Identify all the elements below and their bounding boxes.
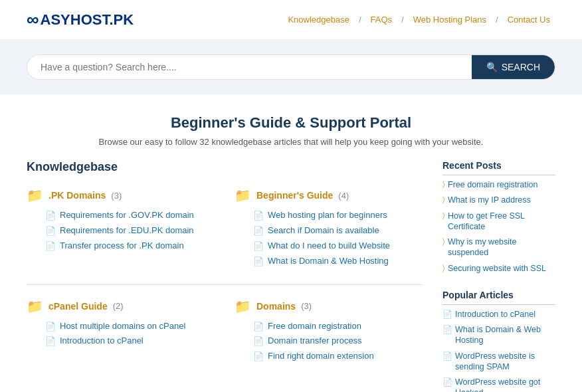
sidebar-link[interactable]: Free domain registration (448, 179, 537, 190)
kb-title-beginners: Beginner's Guide (256, 190, 333, 201)
list-item: 📄 WordPress website got Hacked (442, 377, 555, 392)
popular-articles-label: Popular Articles (442, 290, 514, 300)
kb-section-domains: 📁 Domains (3) 📄 Free domain registration… (235, 298, 423, 367)
logo-icon: ∞ (27, 9, 39, 30)
doc-icon: 📄 (45, 322, 56, 332)
kb-links-pk: 📄 Requirements for .GOV.PK domain 📄 Requ… (27, 210, 215, 252)
doc-sm-icon: 📄 (442, 325, 452, 334)
sidebar-link[interactable]: WordPress website got Hacked (455, 377, 555, 392)
kb-section-header-beginners: 📁 Beginner's Guide (4) (235, 187, 423, 203)
list-item: 📄 Find right domain extension (253, 351, 423, 362)
nav-contact[interactable]: Contact Us (502, 15, 555, 25)
chevron-icon: 〉 (442, 211, 445, 220)
kb-link[interactable]: Domain transfer process (268, 336, 362, 347)
doc-icon: 📄 (45, 226, 56, 236)
hero-title: Beginner's Guide & Support Portal (13, 114, 569, 132)
list-item: 📄 Host multiple domains on cPanel (45, 321, 215, 332)
recent-posts-list: 〉 Free domain registration 〉 What is my … (442, 179, 555, 274)
doc-icon: 📄 (45, 336, 56, 346)
kb-count-domains: (3) (301, 301, 312, 311)
list-item: 📄 Introduction to cPanel (45, 336, 215, 347)
right-sidebar: Recent Posts 〉 Free domain registration … (423, 160, 555, 392)
list-item: 〉 Free domain registration (442, 179, 555, 190)
hero-section: Beginner's Guide & Support Portal Browse… (0, 94, 582, 160)
kb-link[interactable]: Transfer process for .PK domain (60, 241, 184, 252)
list-item: 📄 Search if Domain is available (253, 225, 423, 237)
kb-link[interactable]: Free domain registration (268, 321, 361, 332)
sidebar-link[interactable]: What is Domain & Web Hosting (455, 324, 555, 346)
divider (27, 284, 423, 285)
kb-section-beginners: 📁 Beginner's Guide (4) 📄 Web hosting pla… (235, 187, 423, 271)
kb-grid-2: 📁 cPanel Guide (2) 📄 Host multiple domai… (27, 298, 423, 367)
list-item: 📄 What is Domain & Web Hosting (253, 256, 423, 267)
list-item: 📄 Requirements for .GOV.PK domain (45, 210, 215, 221)
folder-icon-cpanel: 📁 (27, 298, 43, 314)
nav-sep-1: / (359, 15, 361, 25)
list-item: 📄 Free domain registration (253, 321, 423, 332)
nav-sep-3: / (496, 15, 498, 25)
kb-link[interactable]: Requirements for .EDU.PK domain (60, 225, 194, 237)
kb-link[interactable]: Introduction to cPanel (60, 336, 144, 347)
search-button-label: SEARCH (502, 62, 540, 72)
folder-icon-domains: 📁 (235, 298, 251, 314)
kb-link[interactable]: What do I need to build Website (268, 241, 390, 252)
chevron-icon: 〉 (442, 264, 445, 272)
logo[interactable]: ∞ ASYHOST.PK (27, 9, 134, 30)
doc-icon: 📄 (45, 241, 56, 251)
list-item: 📄 Web hosting plan for beginners (253, 210, 423, 221)
search-input[interactable] (27, 55, 472, 79)
knowledgebase-heading: Knowledgebase (27, 160, 423, 174)
chevron-icon: 〉 (442, 195, 445, 204)
kb-count-pk: (3) (111, 191, 122, 201)
recent-posts-title: Recent Posts (442, 160, 555, 175)
kb-title-domains: Domains (256, 301, 296, 312)
list-item: 〉 Securing website with SSL (442, 263, 555, 274)
nav-hosting-plans[interactable]: Web Hosting Plans (408, 15, 492, 25)
kb-link[interactable]: What is Domain & Web Hosting (268, 256, 389, 267)
nav-faqs[interactable]: FAQs (365, 15, 398, 25)
kb-link[interactable]: Host multiple domains on cPanel (60, 321, 185, 332)
header: ∞ ASYHOST.PK Knowledgebase / FAQs / Web … (0, 0, 582, 40)
sidebar-link[interactable]: How to get Free SSL Certificate (448, 211, 555, 233)
kb-link[interactable]: Find right domain extension (268, 351, 374, 362)
kb-link[interactable]: Search if Domain is available (268, 225, 379, 237)
kb-title-pk: .PK Domains (48, 190, 106, 201)
nav-knowledgebase[interactable]: Knowledgebase (282, 15, 355, 25)
doc-sm-icon: 📄 (442, 377, 452, 387)
kb-count-cpanel: (2) (113, 301, 124, 311)
kb-links-beginners: 📄 Web hosting plan for beginners 📄 Searc… (235, 210, 423, 267)
kb-section-header-pk: 📁 .PK Domains (3) (27, 187, 215, 203)
sidebar-link[interactable]: What is my IP address (448, 195, 531, 205)
sidebar-link[interactable]: Introduction to cPanel (455, 309, 535, 320)
doc-sm-icon: 📄 (442, 351, 452, 361)
doc-icon: 📄 (253, 241, 264, 251)
kb-links-domains: 📄 Free domain registration 📄 Domain tran… (235, 321, 423, 363)
doc-icon: 📄 (253, 336, 264, 346)
chevron-icon: 〉 (442, 180, 445, 189)
kb-section-header-cpanel: 📁 cPanel Guide (2) (27, 298, 215, 314)
kb-link[interactable]: Web hosting plan for beginners (268, 210, 387, 221)
sidebar-link[interactable]: Securing website with SSL (448, 263, 546, 274)
sidebar-link[interactable]: Why is my website suspended (448, 237, 555, 258)
kb-grid: 📁 .PK Domains (3) 📄 Requirements for .GO… (27, 187, 423, 271)
kb-section-pk-domains: 📁 .PK Domains (3) 📄 Requirements for .GO… (27, 187, 215, 271)
kb-count-beginners: (4) (338, 191, 349, 201)
list-item: 📄 Introduction to cPanel (442, 309, 555, 320)
doc-icon: 📄 (253, 211, 264, 221)
list-item: 📄 Domain transfer process (253, 336, 423, 347)
doc-icon: 📄 (45, 211, 56, 221)
sidebar-popular-articles: Popular Articles 📄 Introduction to cPane… (442, 290, 555, 392)
search-bar: 🔍 SEARCH (27, 54, 555, 80)
main-nav: Knowledgebase / FAQs / Web Hosting Plans… (282, 15, 555, 25)
nav-sep-2: / (401, 15, 404, 25)
kb-link[interactable]: Requirements for .GOV.PK domain (60, 210, 194, 221)
search-button[interactable]: 🔍 SEARCH (472, 55, 555, 79)
folder-icon-beginners: 📁 (235, 187, 251, 203)
main-content: Knowledgebase 📁 .PK Domains (3) 📄 Requir… (0, 160, 582, 392)
list-item: 📄 What do I need to build Website (253, 241, 423, 252)
knowledgebase-section: Knowledgebase 📁 .PK Domains (3) 📄 Requir… (27, 160, 423, 392)
sidebar-link[interactable]: WordPress website is sending SPAM (455, 351, 555, 373)
list-item: 〉 What is my IP address (442, 195, 555, 205)
list-item: 〉 Why is my website suspended (442, 237, 555, 258)
logo-text: ASYHOST.PK (41, 11, 134, 29)
